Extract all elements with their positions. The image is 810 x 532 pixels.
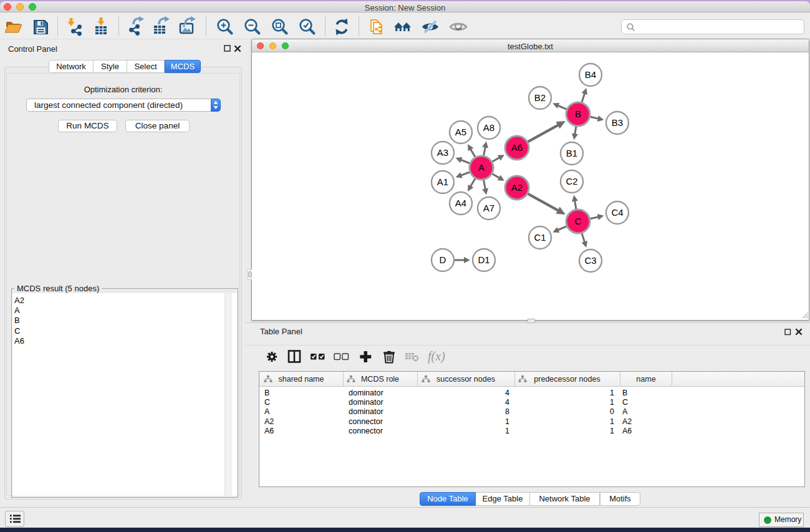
svg-text:C2: C2	[566, 176, 577, 186]
svg-text:D: D	[440, 254, 446, 265]
svg-text:C1: C1	[534, 232, 546, 243]
svg-text:A4: A4	[455, 198, 466, 208]
svg-text:A1: A1	[437, 177, 448, 187]
svg-text:A5: A5	[455, 127, 466, 137]
svg-text:A6: A6	[511, 142, 523, 153]
svg-text:C4: C4	[611, 207, 623, 218]
svg-text:C3: C3	[584, 255, 596, 266]
svg-text:A2: A2	[511, 182, 523, 193]
svg-text:A: A	[478, 162, 485, 173]
svg-text:A3: A3	[437, 147, 448, 158]
svg-text:B1: B1	[566, 148, 577, 158]
svg-text:A8: A8	[483, 122, 494, 133]
svg-text:A7: A7	[483, 203, 494, 213]
svg-text:D1: D1	[478, 254, 489, 265]
svg-text:C: C	[575, 216, 582, 226]
svg-text:B3: B3	[612, 117, 623, 128]
svg-text:B2: B2	[534, 92, 546, 103]
svg-text:B4: B4	[585, 69, 596, 80]
svg-text:B: B	[575, 109, 581, 119]
